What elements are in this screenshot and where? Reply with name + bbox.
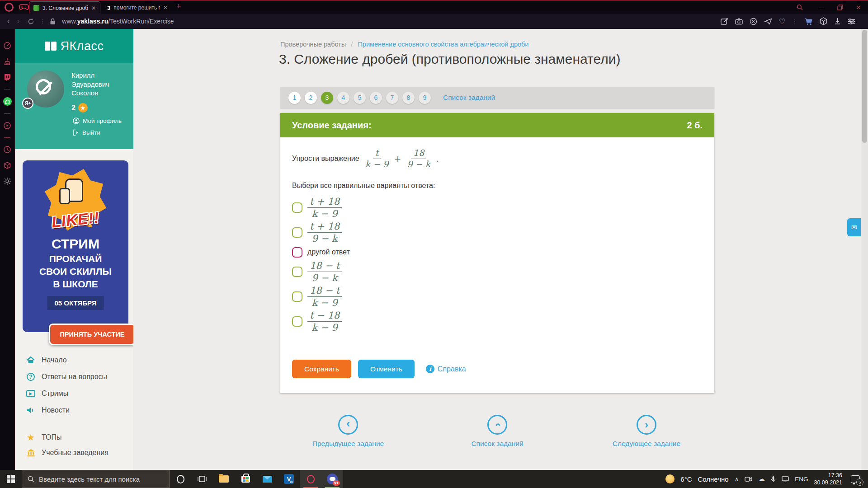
new-tab-button[interactable]: + (176, 2, 181, 11)
chevron-left-icon[interactable]: › (338, 415, 358, 435)
url-field[interactable]: www.yaklass.ru/TestWorkRun/Exercise (62, 18, 174, 25)
taskbar-search[interactable] (22, 470, 170, 488)
gx-gamepad-icon[interactable] (19, 3, 29, 10)
tab-close-icon[interactable]: ✕ (163, 5, 168, 11)
vegas-app-icon[interactable]: V18 (278, 470, 300, 488)
choose-instruction: Выбери все правильные варианты ответа: (292, 182, 435, 190)
start-button[interactable] (0, 470, 22, 488)
whatsapp-icon[interactable] (3, 97, 12, 106)
task-list-link[interactable]: Список заданий (443, 94, 495, 102)
pager-item-7[interactable]: 7 (386, 92, 398, 104)
option-fraction: t + 18 9 − k (307, 221, 342, 244)
prev-task-nav[interactable]: › Предыдущее задание (298, 415, 398, 448)
twitch-icon[interactable] (3, 73, 11, 81)
chevron-right-icon[interactable]: › (637, 415, 656, 435)
pager-item-2[interactable]: 2 (305, 92, 317, 104)
breadcrumb-root[interactable]: Проверочные работы (280, 41, 346, 48)
menu-item-home[interactable]: Начало (26, 356, 67, 364)
bookmark-heart-icon[interactable]: ♡ (779, 17, 785, 26)
mail-app-icon[interactable] (256, 470, 278, 488)
save-button[interactable]: Сохранить (292, 360, 351, 378)
pager-item-6[interactable]: 6 (370, 92, 382, 104)
downloads-icon[interactable] (834, 18, 841, 25)
browser-search-icon[interactable] (794, 2, 806, 13)
pager-item-5[interactable]: 5 (354, 92, 366, 104)
weather-temp[interactable]: 6°C (680, 475, 692, 483)
language-indicator[interactable]: ENG (795, 476, 808, 483)
shopping-cart-icon[interactable] (804, 18, 813, 25)
menu-item-schools[interactable]: Учебные заведения (26, 449, 108, 457)
tab-close-icon[interactable]: ✕ (91, 5, 96, 11)
taskview-icon[interactable] (191, 470, 213, 488)
clock[interactable]: 17:36 30.09.2021 (814, 472, 842, 487)
settings-gear-icon[interactable] (3, 177, 11, 185)
back-icon[interactable]: ‹ (7, 17, 10, 26)
pager-item-4[interactable]: 4 (337, 92, 349, 104)
breadcrumb-current-link[interactable]: Применение основного свойства алгебраиче… (358, 41, 528, 48)
meet-now-icon[interactable] (745, 476, 752, 482)
extensions-box-icon[interactable] (3, 161, 11, 169)
tray-time: 17:36 (814, 472, 842, 479)
checkbox[interactable] (292, 316, 302, 327)
player-icon[interactable] (3, 122, 11, 130)
network-icon[interactable] (782, 476, 789, 482)
weather-condition[interactable]: Солнечно (698, 475, 728, 483)
minimize-button[interactable]: — (816, 2, 827, 13)
forward-icon[interactable]: › (17, 17, 20, 26)
onedrive-cloud-icon[interactable]: ☁ (758, 475, 765, 483)
join-button[interactable]: ПРИНЯТЬ УЧАСТИЕ (49, 324, 136, 345)
pager-item-3-active[interactable]: 3 (321, 92, 333, 104)
extensions-cube-icon[interactable] (820, 17, 827, 25)
menu-item-news[interactable]: Новости (26, 406, 70, 414)
pager-item-8[interactable]: 8 (402, 92, 415, 104)
logout-link[interactable]: Выйти (73, 129, 100, 136)
checkbox[interactable] (292, 267, 302, 277)
yaklass-header[interactable]: ЯКласс (15, 29, 133, 63)
banner-date: 05 ОКТЯБРЯ (47, 296, 104, 310)
checkbox[interactable] (292, 202, 302, 213)
adblock-icon[interactable] (750, 18, 757, 25)
scrollbar-thumb[interactable] (862, 30, 867, 143)
file-explorer-icon[interactable] (213, 470, 235, 488)
tab-yaklass[interactable]: 3. Сложение дробей (про ✕ (29, 1, 100, 14)
page-scrollbar[interactable] (861, 29, 868, 470)
snapshot-camera-icon[interactable] (735, 18, 743, 25)
next-task-nav[interactable]: › Следующее задание (597, 415, 696, 448)
pager-item-9[interactable]: 9 (419, 92, 431, 104)
checkbox[interactable] (292, 227, 302, 238)
tray-chevron-icon[interactable]: ∧ (735, 476, 739, 483)
chevron-up-icon[interactable]: › (487, 415, 507, 435)
close-button[interactable]: ✕ (853, 2, 864, 13)
checkbox[interactable] (292, 291, 302, 302)
microphone-icon[interactable] (771, 476, 776, 483)
help-link[interactable]: i Справка (426, 365, 466, 373)
checkbox[interactable] (292, 247, 302, 258)
menu-item-streams[interactable]: ▶ Стримы (26, 389, 68, 398)
my-profile-link[interactable]: Мой профиль (73, 117, 122, 124)
taskbar-opera-icon[interactable] (170, 470, 191, 488)
pin-edit-icon[interactable] (721, 18, 728, 25)
gx-cleaner-broom-icon[interactable] (3, 57, 11, 66)
feedback-mail-widget[interactable]: ✉ (847, 218, 861, 236)
history-clock-icon[interactable] (3, 145, 11, 154)
menu-item-tops[interactable]: ★ ТОПы (26, 432, 62, 443)
weather-sun-icon[interactable] (665, 474, 675, 483)
tab-mailru[interactable]: 3 помогите решить пожалу ✕ (103, 1, 172, 14)
task-list-nav[interactable]: › Список заданий (448, 415, 547, 448)
restore-button[interactable] (834, 2, 846, 13)
settings-sliders-icon[interactable] (848, 18, 855, 25)
discord-icon[interactable]: 9+ (321, 470, 343, 488)
menu-item-answers[interactable]: ? Ответы на вопросы (26, 373, 107, 381)
ad-banner[interactable]: LIKE!! СТРИМ ПРОКАЧАЙ СВОИ СКИЛЛЫ В ШКОЛ… (23, 160, 128, 332)
ms-store-icon[interactable] (235, 470, 256, 488)
notification-center-icon[interactable]: 5 (851, 475, 860, 483)
opera-logo-icon[interactable] (5, 3, 14, 12)
search-input[interactable] (39, 475, 156, 483)
reload-icon[interactable] (28, 18, 34, 25)
taskbar-operagx-icon[interactable] (300, 470, 321, 488)
pager-item-1[interactable]: 1 (288, 92, 301, 104)
cancel-button[interactable]: Отменить (358, 360, 415, 378)
myflow-icon[interactable] (764, 18, 772, 25)
bank-icon (26, 449, 36, 457)
gx-speeddial-icon[interactable] (3, 42, 11, 50)
